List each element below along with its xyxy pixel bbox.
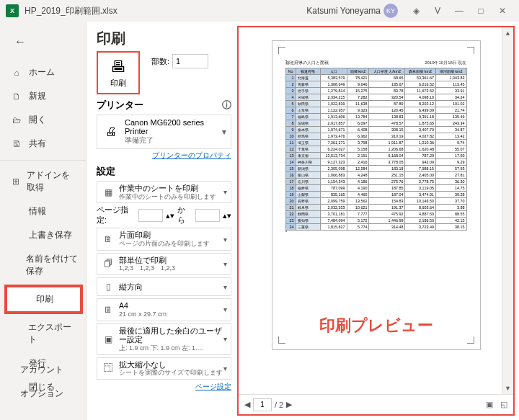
printer-selector[interactable]: 🖨 Canon MG6200 series Printer 準備完了 ▾ — [97, 115, 231, 149]
chevron-down-icon: ▾ — [223, 305, 227, 313]
setting-collate[interactable]: 🗍 部単位で印刷1,2,3 1,2,3 1,2,3 ▾ — [97, 253, 231, 275]
minimize-icon[interactable]: ― — [448, 6, 470, 16]
preview-page: 都道府県の人口と面積 2019年10月18日 現在 No都道府県人口面積 km2… — [239, 27, 513, 394]
sidebar-item-label: 開く — [29, 114, 46, 126]
user-name: Katsumi Yoneyama — [306, 6, 381, 16]
setting-desc: 作業中のシートのみを印刷します — [119, 193, 223, 201]
print-heading: 印刷 — [97, 29, 231, 48]
collate-icon: 🗍 — [101, 257, 115, 270]
sidebar-item[interactable]: 🗁開く — [0, 108, 86, 132]
setting-desc: ページの片面のみを印刷します — [119, 240, 223, 248]
print-settings-panel: 印刷 🖶 印刷 部数: プリンター ⓘ 🖨 Canon MG6200 serie… — [86, 22, 234, 420]
page-to-input[interactable] — [195, 209, 220, 222]
print-button-label: 印刷 — [110, 78, 126, 89]
maximize-icon[interactable]: □ — [470, 6, 492, 16]
sidebar-item[interactable]: 🗋新規 — [0, 84, 86, 108]
close-icon[interactable]: ✕ — [492, 6, 513, 16]
next-page-icon[interactable]: ▶ — [286, 400, 292, 409]
setting-main: 拡大縮小なし — [119, 360, 223, 370]
file-name: HP_2019_印刷範囲.xlsx — [25, 5, 117, 17]
printer-name: Canon MG6200 series Printer — [125, 118, 222, 135]
sidebar-item-label: 印刷 — [36, 293, 53, 305]
sidebar-item[interactable]: ⌂ホーム — [0, 61, 86, 84]
sidebar-item[interactable]: 名前を付けて保存 — [0, 247, 86, 283]
diamond-icon[interactable]: ◈ — [405, 6, 427, 16]
setting-main: 縦方向 — [119, 282, 223, 292]
chevron-down-icon: ▾ — [223, 188, 227, 196]
titlebar: X HP_2019_印刷範囲.xlsx Katsumi Yoneyama KY … — [0, 0, 519, 22]
settings-section-title: 設定 — [97, 165, 115, 178]
page-spec-to: から — [177, 205, 192, 225]
printer-device-icon: 🖨 — [102, 125, 120, 139]
chevron-down-icon: ▾ — [223, 335, 227, 343]
back-button[interactable]: ← — [9, 30, 32, 53]
vertical-scrollbar[interactable]: ▲ ▼ — [502, 27, 513, 394]
print-preview-area: 都道府県の人口と面積 2019年10月18日 現在 No都道府県人口面積 km2… — [237, 26, 515, 416]
copies-input[interactable] — [172, 54, 208, 68]
setting-print-what[interactable]: ▦ 作業中のシートを印刷作業中のシートのみを印刷します ▾ — [97, 181, 231, 203]
page-total: / 2 — [275, 401, 283, 409]
sidebar-item-label: 上書き保存 — [29, 229, 72, 241]
page-icon: 🗎 — [101, 233, 115, 246]
setting-orientation[interactable]: ▯ 縦方向 ▾ — [97, 277, 231, 296]
scroll-up-icon[interactable]: ▲ — [502, 27, 513, 39]
printer-info-icon[interactable]: ⓘ — [222, 99, 231, 112]
sidebar-item[interactable]: アカウント — [0, 358, 86, 382]
sidebar-item[interactable]: ⊞アドインを取得 — [0, 160, 86, 200]
portrait-icon: ▯ — [101, 280, 115, 293]
sidebar-item[interactable]: 上書き保存 — [0, 223, 86, 247]
paper-icon: 🗏 — [101, 303, 115, 316]
sidebar-item-icon: ⊞ — [10, 177, 21, 187]
current-page-input[interactable] — [253, 398, 272, 411]
user-avatar[interactable]: KY — [383, 4, 398, 18]
setting-desc: 1,2,3 1,2,3 1,2,3 — [119, 264, 223, 272]
sidebar-item-icon: 🗁 — [10, 115, 23, 125]
sidebar-item[interactable]: 印刷 — [6, 286, 81, 313]
printer-section-title: プリンター — [97, 99, 143, 112]
sheet-title: 都道府県の人口と面積 — [285, 60, 329, 66]
backstage-sidebar: ← ⌂ホーム🗋新規🗁開く🖻共有⊞アドインを取得情報上書き保存名前を付けて保存印刷… — [0, 22, 86, 420]
sidebar-item-label: 新規 — [29, 90, 46, 102]
chevron-down-icon: ▾ — [223, 365, 227, 372]
setting-main: A4 — [119, 301, 223, 310]
setting-main: 最後に適用した余白のユーザー設定 — [119, 326, 223, 344]
setting-scaling[interactable]: ⿹ 拡大縮小なしシートを実際のサイズで印刷します ▾ — [97, 357, 231, 380]
sidebar-item-label: エクスポート — [28, 321, 79, 346]
setting-sides[interactable]: 🗎 片面印刷ページの片面のみを印刷します ▾ — [97, 228, 231, 250]
sidebar-item[interactable]: エクスポート — [0, 316, 86, 352]
ribbon-options-icon[interactable]: ᐯ — [427, 6, 448, 16]
page-from-input[interactable] — [138, 209, 163, 222]
sidebar-item-label: ホーム — [29, 66, 55, 79]
preview-label-annotation: 印刷プレビュー — [319, 315, 433, 336]
setting-main: 作業中のシートを印刷 — [119, 184, 223, 193]
sidebar-item-icon: 🖻 — [10, 139, 23, 149]
page-setup-link[interactable]: ページ設定 — [97, 382, 231, 392]
margins-icon: ▣ — [101, 333, 115, 346]
setting-margins[interactable]: ▣ 最後に適用した余白のユーザー設定上: 1.9 cm 下: 1.9 cm 左:… — [97, 323, 231, 355]
setting-main: 部単位で印刷 — [119, 256, 223, 265]
scroll-down-icon[interactable]: ▼ — [502, 383, 513, 394]
printer-icon: 🖶 — [110, 58, 126, 76]
sidebar-item-label: アドインを取得 — [27, 169, 79, 194]
sidebar-item[interactable]: 🖻共有 — [0, 132, 86, 156]
zoom-to-page-icon[interactable]: ◱ — [500, 400, 507, 409]
prev-page-icon[interactable]: ◀ — [244, 400, 250, 409]
copies-label: 部数: — [151, 56, 169, 67]
data-table: No都道府県人口面積 km2人口密度 人/km2森林面積 km2湖沼面積 km2… — [285, 68, 467, 231]
sidebar-item-icon: ⌂ — [10, 68, 23, 78]
print-button[interactable]: 🖶 印刷 — [97, 51, 140, 94]
sidebar-item-label: 共有 — [29, 138, 46, 150]
setting-desc: 21 cm x 29.7 cm — [119, 310, 223, 318]
chevron-down-icon: ▾ — [222, 127, 226, 137]
show-margins-icon[interactable]: ▣ — [486, 400, 493, 409]
sidebar-item[interactable]: オプション — [0, 382, 86, 406]
excel-app-icon: X — [6, 4, 19, 17]
scale-icon: ⿹ — [101, 362, 115, 375]
printer-properties-link[interactable]: プリンターのプロパティ — [97, 151, 231, 161]
setting-desc: シートを実際のサイズで印刷します — [119, 369, 223, 377]
sidebar-item[interactable]: 情報 — [0, 200, 86, 223]
setting-paper-size[interactable]: 🗏 A421 cm x 29.7 cm ▾ — [97, 298, 231, 321]
preview-footer: ◀ / 2 ▶ ▣ ◱ — [239, 394, 513, 414]
setting-desc: 上: 1.9 cm 下: 1.9 cm 左: 1.… — [119, 344, 223, 352]
sheet-date: 2019年10月18日 現在 — [425, 60, 466, 66]
